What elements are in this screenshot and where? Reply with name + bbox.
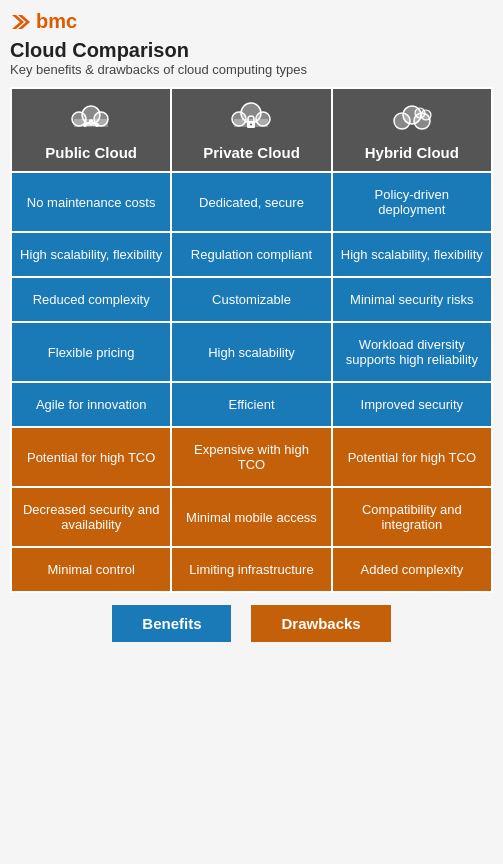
cell-r4-c0: Agile for innovation — [11, 382, 171, 427]
cell-r2-c1: Customizable — [171, 277, 331, 322]
table-row: Potential for high TCOExpensive with hig… — [11, 427, 492, 487]
comparison-table: Public Cloud Private Cloud Hybrid Cloud … — [10, 87, 493, 593]
cell-r2-c0: Reduced complexity — [11, 277, 171, 322]
table-row: Agile for innovationEfficientImproved se… — [11, 382, 492, 427]
cell-r5-c0: Potential for high TCO — [11, 427, 171, 487]
table-row: Reduced complexityCustomizableMinimal se… — [11, 277, 492, 322]
cell-r1-c0: High scalability, flexibility — [11, 232, 171, 277]
logo-text: bmc — [36, 10, 77, 33]
cell-r2-c2: Minimal security risks — [332, 277, 492, 322]
cell-r3-c1: High scalability — [171, 322, 331, 382]
cell-r3-c2: Workload diversity supports high reliabi… — [332, 322, 492, 382]
table-row: High scalability, flexibilityRegulation … — [11, 232, 492, 277]
bmc-chevron-icon — [10, 11, 32, 33]
svg-point-22 — [421, 110, 431, 120]
col-header-public: Public Cloud — [11, 88, 171, 172]
cell-r6-c1: Minimal mobile access — [171, 487, 331, 547]
cell-r7-c2: Added complexity — [332, 547, 492, 592]
cell-r6-c0: Decreased security and availability — [11, 487, 171, 547]
col-header-private: Private Cloud — [171, 88, 331, 172]
cell-r1-c2: High scalability, flexibility — [332, 232, 492, 277]
table-row: Decreased security and availabilityMinim… — [11, 487, 492, 547]
cell-r6-c2: Compatibility and integration — [332, 487, 492, 547]
cell-r0-c1: Dedicated, secure — [171, 172, 331, 232]
bmc-logo: bmc — [10, 10, 493, 33]
drawbacks-button[interactable]: Drawbacks — [251, 605, 390, 642]
cell-r7-c1: Limiting infrastructure — [171, 547, 331, 592]
hybrid-cloud-icon — [339, 99, 485, 140]
table-row: Flexible pricingHigh scalabilityWorkload… — [11, 322, 492, 382]
table-row: No maintenance costsDedicated, securePol… — [11, 172, 492, 232]
col-label-private: Private Cloud — [203, 144, 300, 161]
benefits-button[interactable]: Benefits — [112, 605, 231, 642]
cell-r4-c2: Improved security — [332, 382, 492, 427]
page-subtitle: Key benefits & drawbacks of cloud comput… — [10, 62, 493, 77]
table-row: Minimal controlLimiting infrastructureAd… — [11, 547, 492, 592]
cell-r4-c1: Efficient — [171, 382, 331, 427]
public-cloud-icon — [18, 99, 164, 140]
cell-r1-c1: Regulation compliant — [171, 232, 331, 277]
cell-r0-c2: Policy-driven deployment — [332, 172, 492, 232]
col-label-hybrid: Hybrid Cloud — [365, 144, 459, 161]
cell-r5-c2: Potential for high TCO — [332, 427, 492, 487]
col-header-hybrid: Hybrid Cloud — [332, 88, 492, 172]
cell-r7-c0: Minimal control — [11, 547, 171, 592]
private-cloud-icon — [178, 99, 324, 140]
cell-r5-c1: Expensive with high TCO — [171, 427, 331, 487]
col-label-public: Public Cloud — [45, 144, 137, 161]
cell-r0-c0: No maintenance costs — [11, 172, 171, 232]
legend-row: Benefits Drawbacks — [10, 605, 493, 642]
page-title: Cloud Comparison — [10, 39, 493, 62]
cell-r3-c0: Flexible pricing — [11, 322, 171, 382]
svg-point-17 — [250, 124, 252, 126]
title-section: Cloud Comparison Key benefits & drawback… — [10, 39, 493, 77]
